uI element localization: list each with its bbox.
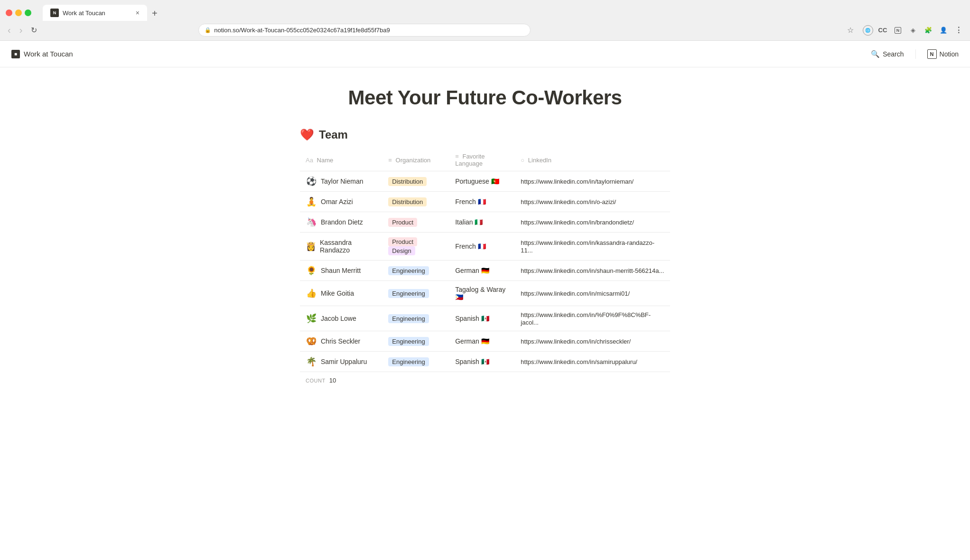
minimize-window-button[interactable] <box>15 9 22 16</box>
extension-btn-dash[interactable]: ◈ <box>907 25 919 36</box>
title-bar: N Work at Toucan × + <box>0 0 970 21</box>
language-cell: Tagalog & Waray 🇵🇭 <box>449 281 515 306</box>
person-emoji: ⚽ <box>306 176 317 187</box>
linkedin-link[interactable]: https://www.linkedin.com/in/kassandra-ra… <box>521 239 654 254</box>
language-cell: German 🇩🇪 <box>449 261 515 281</box>
linkedin-col-label: LinkedIn <box>528 157 551 164</box>
extension-btn-person[interactable]: 👤 <box>938 25 949 36</box>
search-label: Search <box>883 50 904 58</box>
col-header-organization: ≡ Organization <box>382 149 449 171</box>
new-tab-button[interactable]: + <box>147 6 162 21</box>
forward-button[interactable]: › <box>18 24 25 37</box>
count-value: 10 <box>329 377 336 384</box>
person-emoji: 🥨 <box>306 336 317 346</box>
linkedin-link[interactable]: https://www.linkedin.com/in/samiruppalur… <box>521 358 637 365</box>
linkedin-link[interactable]: https://www.linkedin.com/in/taylornieman… <box>521 178 634 185</box>
linkedin-col-icon: ○ <box>521 157 524 164</box>
linkedin-link[interactable]: https://www.linkedin.com/in/o-azizi/ <box>521 198 616 205</box>
search-button[interactable]: 🔍 Search <box>871 50 904 58</box>
header-divider <box>915 49 916 59</box>
org-tag: Distribution <box>388 197 427 206</box>
url-bar[interactable]: 🔒 notion.so/Work-at-Toucan-055cc052e0324… <box>198 24 531 37</box>
person-emoji: 🌴 <box>306 356 317 367</box>
table-footer: COUNT 10 <box>300 373 670 388</box>
page-title: Meet Your Future Co-Workers <box>300 86 670 109</box>
org-cell: Engineering <box>382 331 449 352</box>
active-tab[interactable]: N Work at Toucan × <box>43 5 147 21</box>
browser-chrome: N Work at Toucan × + ‹ › ↻ 🔒 notion.so/W… <box>0 0 970 41</box>
org-tag: Distribution <box>388 177 427 186</box>
notion-brand-label: Notion <box>940 50 959 58</box>
linkedin-cell: https://www.linkedin.com/in/brandondietz… <box>515 212 670 233</box>
lang-col-label: Favorite Language <box>455 153 485 167</box>
notion-logo-area[interactable]: ■ Work at Toucan <box>11 50 73 58</box>
person-name: Jacob Lowe <box>321 315 356 322</box>
extension-btn-puzzle[interactable]: 🧩 <box>923 25 934 36</box>
col-header-name: Aa Name <box>300 149 382 171</box>
linkedin-cell: https://www.linkedin.com/in/samiruppalur… <box>515 352 670 372</box>
maximize-window-button[interactable] <box>25 9 31 16</box>
linkedin-link[interactable]: https://www.linkedin.com/in/%F0%9F%8C%BF… <box>521 311 651 326</box>
back-button[interactable]: ‹ <box>6 24 13 37</box>
linkedin-link[interactable]: https://www.linkedin.com/in/brandondietz… <box>521 219 634 226</box>
address-bar: ‹ › ↻ 🔒 notion.so/Work-at-Toucan-055cc05… <box>0 21 970 40</box>
name-cell: 👸 Kassandra Randazzo <box>300 233 382 261</box>
tab-close-button[interactable]: × <box>136 9 140 17</box>
org-cell: Distribution <box>382 192 449 212</box>
team-section-heading: ❤️ Team <box>300 128 670 141</box>
team-icon: ❤️ <box>300 128 314 141</box>
close-window-button[interactable] <box>6 9 12 16</box>
name-cell: 👍 Mike Goitia <box>300 281 382 306</box>
col-header-linkedin: ○ LinkedIn <box>515 149 670 171</box>
linkedin-link[interactable]: https://www.linkedin.com/in/shaun-merrit… <box>521 267 664 274</box>
table-row: 👍 Mike Goitia EngineeringTagalog & Waray… <box>300 281 670 306</box>
table-row: 🌴 Samir Uppaluru EngineeringSpanish 🇲🇽ht… <box>300 352 670 372</box>
table-row: 🌿 Jacob Lowe EngineeringSpanish 🇲🇽https:… <box>300 306 670 331</box>
name-cell: 🦄 Brandon Dietz <box>300 212 382 233</box>
person-emoji: 🌿 <box>306 313 317 324</box>
extension-btn-cc[interactable]: CC <box>877 25 888 36</box>
window-controls <box>6 9 31 16</box>
org-tag: Design <box>388 246 415 255</box>
org-tag: Engineering <box>388 337 429 346</box>
person-cell: 🦄 Brandon Dietz <box>306 217 377 227</box>
person-emoji: 👸 <box>306 241 316 252</box>
bookmark-button[interactable]: ☆ <box>845 25 856 36</box>
notion-page-header: ■ Work at Toucan 🔍 Search N Notion <box>0 41 970 67</box>
person-emoji: 🧘 <box>306 196 317 207</box>
person-name: Taylor Nieman <box>321 177 363 185</box>
extension-btn-1[interactable]: 🌐 <box>863 25 873 36</box>
count-label: COUNT <box>306 378 326 383</box>
language-cell: Spanish 🇲🇽 <box>449 306 515 331</box>
person-cell: 👍 Mike Goitia <box>306 288 377 299</box>
name-cell: ⚽ Taylor Nieman <box>300 171 382 192</box>
org-cell: Engineering <box>382 306 449 331</box>
linkedin-link[interactable]: https://www.linkedin.com/in/micsarmi01/ <box>521 290 630 297</box>
name-cell: 🌿 Jacob Lowe <box>300 306 382 331</box>
name-cell: 🌻 Shaun Merritt <box>300 261 382 281</box>
col-header-language: ≡ Favorite Language <box>449 149 515 171</box>
main-content: Meet Your Future Co-Workers ❤️ Team Aa N… <box>271 67 699 426</box>
org-tag: Product <box>388 218 417 227</box>
team-label: Team <box>319 128 348 141</box>
org-tag: Engineering <box>388 266 429 275</box>
linkedin-cell: https://www.linkedin.com/in/o-azizi/ <box>515 192 670 212</box>
browser-actions: ☆ 🌐 CC N ◈ 🧩 👤 ⋮ <box>845 25 964 36</box>
person-cell: 🌿 Jacob Lowe <box>306 313 377 324</box>
extension-btn-notion[interactable]: N <box>892 25 904 36</box>
url-text: notion.so/Work-at-Toucan-055cc052e0324c6… <box>214 27 390 34</box>
person-cell: 👸 Kassandra Randazzo <box>306 239 377 254</box>
language-cell: Portuguese 🇵🇹 <box>449 171 515 192</box>
lang-col-icon: ≡ <box>455 153 459 160</box>
refresh-button[interactable]: ↻ <box>29 25 39 36</box>
language-cell: French 🇫🇷 <box>449 192 515 212</box>
more-options-button[interactable]: ⋮ <box>953 25 964 36</box>
person-cell: 🥨 Chris Seckler <box>306 336 377 346</box>
team-table: Aa Name ≡ Organization ≡ Favorite Langua… <box>300 149 670 372</box>
extension-icons: 🌐 CC N ◈ 🧩 👤 ⋮ <box>863 25 964 36</box>
linkedin-cell: https://www.linkedin.com/in/%F0%9F%8C%BF… <box>515 306 670 331</box>
linkedin-link[interactable]: https://www.linkedin.com/in/chrisseckler… <box>521 338 631 345</box>
notion-brand-button[interactable]: N Notion <box>927 49 959 59</box>
language-cell: Spanish 🇲🇽 <box>449 352 515 372</box>
org-tag: Engineering <box>388 314 429 323</box>
